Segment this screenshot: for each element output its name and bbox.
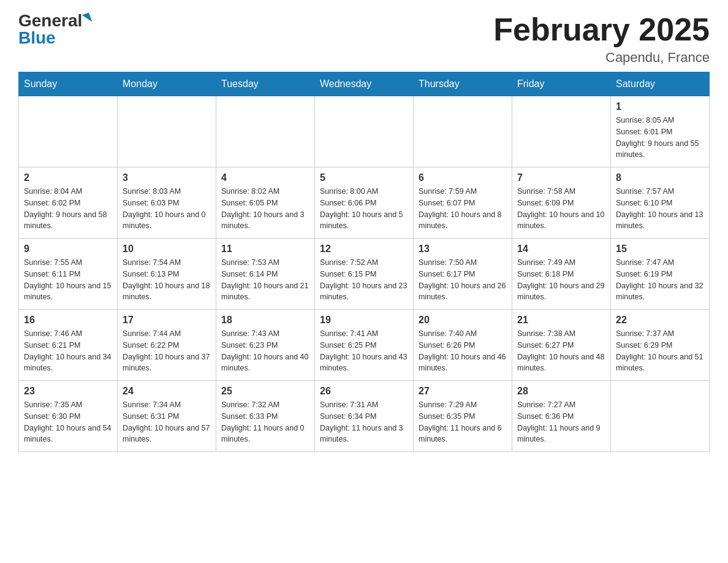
calendar-body: 1Sunrise: 8:05 AMSunset: 6:01 PMDaylight… (19, 96, 710, 452)
logo-arrow-icon (82, 12, 93, 24)
calendar-cell: 27Sunrise: 7:29 AMSunset: 6:35 PMDayligh… (414, 381, 512, 452)
day-number: 12 (320, 243, 408, 255)
calendar-table: SundayMondayTuesdayWednesdayThursdayFrid… (18, 72, 710, 452)
day-info: Sunrise: 7:44 AMSunset: 6:22 PMDaylight:… (123, 328, 211, 374)
calendar-cell: 5Sunrise: 8:00 AMSunset: 6:06 PMDaylight… (315, 167, 414, 239)
header-sunday: Sunday (19, 72, 118, 96)
day-number: 15 (616, 243, 704, 255)
day-number: 5 (320, 172, 408, 183)
day-info: Sunrise: 7:27 AMSunset: 6:36 PMDaylight:… (517, 399, 605, 445)
day-info: Sunrise: 7:57 AMSunset: 6:10 PMDaylight:… (616, 186, 704, 232)
calendar-cell: 12Sunrise: 7:52 AMSunset: 6:15 PMDayligh… (315, 239, 414, 310)
calendar-cell (414, 96, 512, 167)
calendar-cell: 23Sunrise: 7:35 AMSunset: 6:30 PMDayligh… (19, 381, 118, 452)
header-row: SundayMondayTuesdayWednesdayThursdayFrid… (19, 72, 710, 96)
day-info: Sunrise: 7:34 AMSunset: 6:31 PMDaylight:… (123, 399, 211, 445)
calendar-cell (216, 96, 315, 167)
day-number: 24 (123, 386, 211, 397)
day-number: 11 (221, 243, 309, 255)
logo-blue: Blue (18, 29, 56, 47)
day-number: 14 (517, 243, 605, 255)
day-number: 4 (221, 172, 309, 183)
day-info: Sunrise: 7:29 AMSunset: 6:35 PMDaylight:… (419, 399, 507, 445)
day-number: 17 (123, 315, 211, 326)
day-info: Sunrise: 7:54 AMSunset: 6:13 PMDaylight:… (123, 257, 211, 303)
day-info: Sunrise: 7:40 AMSunset: 6:26 PMDaylight:… (419, 328, 507, 374)
day-info: Sunrise: 7:31 AMSunset: 6:34 PMDaylight:… (320, 399, 408, 445)
day-info: Sunrise: 7:37 AMSunset: 6:29 PMDaylight:… (616, 328, 704, 374)
calendar-cell: 8Sunrise: 7:57 AMSunset: 6:10 PMDaylight… (611, 167, 710, 239)
day-number: 6 (419, 172, 507, 183)
day-number: 19 (320, 315, 408, 326)
calendar-cell (19, 96, 118, 167)
calendar-cell: 18Sunrise: 7:43 AMSunset: 6:23 PMDayligh… (216, 310, 315, 381)
title-area: February 2025 Capendu, France (493, 12, 710, 66)
calendar-cell: 14Sunrise: 7:49 AMSunset: 6:18 PMDayligh… (512, 239, 611, 310)
header-monday: Monday (118, 72, 216, 96)
day-info: Sunrise: 7:47 AMSunset: 6:19 PMDaylight:… (616, 257, 704, 303)
calendar-cell: 19Sunrise: 7:41 AMSunset: 6:25 PMDayligh… (315, 310, 414, 381)
day-number: 2 (24, 172, 112, 183)
day-info: Sunrise: 7:35 AMSunset: 6:30 PMDaylight:… (24, 399, 112, 445)
calendar-cell (611, 381, 710, 452)
day-number: 13 (419, 243, 507, 255)
week-row-1: 1Sunrise: 8:05 AMSunset: 6:01 PMDaylight… (19, 96, 710, 167)
day-number: 26 (320, 386, 408, 397)
day-info: Sunrise: 8:02 AMSunset: 6:05 PMDaylight:… (221, 186, 309, 232)
day-number: 28 (517, 386, 605, 397)
calendar-cell: 17Sunrise: 7:44 AMSunset: 6:22 PMDayligh… (118, 310, 216, 381)
page-header: General Blue February 2025 Capendu, Fran… (18, 12, 710, 66)
header-wednesday: Wednesday (315, 72, 414, 96)
calendar-cell: 13Sunrise: 7:50 AMSunset: 6:17 PMDayligh… (414, 239, 512, 310)
calendar-cell: 21Sunrise: 7:38 AMSunset: 6:27 PMDayligh… (512, 310, 611, 381)
day-info: Sunrise: 7:52 AMSunset: 6:15 PMDaylight:… (320, 257, 408, 303)
calendar-cell: 6Sunrise: 7:59 AMSunset: 6:07 PMDaylight… (414, 167, 512, 239)
day-number: 21 (517, 315, 605, 326)
day-info: Sunrise: 7:49 AMSunset: 6:18 PMDaylight:… (517, 257, 605, 303)
day-info: Sunrise: 7:38 AMSunset: 6:27 PMDaylight:… (517, 328, 605, 374)
calendar-cell: 10Sunrise: 7:54 AMSunset: 6:13 PMDayligh… (118, 239, 216, 310)
day-number: 9 (24, 243, 112, 255)
header-saturday: Saturday (611, 72, 710, 96)
week-row-4: 16Sunrise: 7:46 AMSunset: 6:21 PMDayligh… (19, 310, 710, 381)
day-number: 10 (123, 243, 211, 255)
day-number: 8 (616, 172, 704, 183)
day-info: Sunrise: 8:00 AMSunset: 6:06 PMDaylight:… (320, 186, 408, 232)
calendar-cell (118, 96, 216, 167)
day-number: 23 (24, 386, 112, 397)
calendar-cell: 7Sunrise: 7:58 AMSunset: 6:09 PMDaylight… (512, 167, 611, 239)
day-info: Sunrise: 7:32 AMSunset: 6:33 PMDaylight:… (221, 399, 309, 445)
calendar-cell: 3Sunrise: 8:03 AMSunset: 6:03 PMDaylight… (118, 167, 216, 239)
day-info: Sunrise: 7:58 AMSunset: 6:09 PMDaylight:… (517, 186, 605, 232)
calendar-cell: 11Sunrise: 7:53 AMSunset: 6:14 PMDayligh… (216, 239, 315, 310)
calendar-cell: 20Sunrise: 7:40 AMSunset: 6:26 PMDayligh… (414, 310, 512, 381)
calendar-cell: 28Sunrise: 7:27 AMSunset: 6:36 PMDayligh… (512, 381, 611, 452)
location: Capendu, France (493, 50, 710, 66)
calendar-cell: 24Sunrise: 7:34 AMSunset: 6:31 PMDayligh… (118, 381, 216, 452)
day-number: 22 (616, 315, 704, 326)
day-number: 1 (616, 101, 704, 112)
week-row-5: 23Sunrise: 7:35 AMSunset: 6:30 PMDayligh… (19, 381, 710, 452)
calendar-cell: 9Sunrise: 7:55 AMSunset: 6:11 PMDaylight… (19, 239, 118, 310)
day-number: 27 (419, 386, 507, 397)
calendar-cell: 26Sunrise: 7:31 AMSunset: 6:34 PMDayligh… (315, 381, 414, 452)
calendar-cell: 1Sunrise: 8:05 AMSunset: 6:01 PMDaylight… (611, 96, 710, 167)
header-friday: Friday (512, 72, 611, 96)
calendar-cell: 15Sunrise: 7:47 AMSunset: 6:19 PMDayligh… (611, 239, 710, 310)
day-number: 25 (221, 386, 309, 397)
day-info: Sunrise: 8:04 AMSunset: 6:02 PMDaylight:… (24, 186, 112, 232)
calendar-header: SundayMondayTuesdayWednesdayThursdayFrid… (19, 72, 710, 96)
calendar-cell: 16Sunrise: 7:46 AMSunset: 6:21 PMDayligh… (19, 310, 118, 381)
day-info: Sunrise: 8:03 AMSunset: 6:03 PMDaylight:… (123, 186, 211, 232)
day-number: 3 (123, 172, 211, 183)
calendar-cell (512, 96, 611, 167)
day-info: Sunrise: 8:05 AMSunset: 6:01 PMDaylight:… (616, 115, 704, 161)
day-number: 16 (24, 315, 112, 326)
calendar-cell (315, 96, 414, 167)
logo-general: General (18, 12, 82, 29)
day-info: Sunrise: 7:59 AMSunset: 6:07 PMDaylight:… (419, 186, 507, 232)
day-info: Sunrise: 7:41 AMSunset: 6:25 PMDaylight:… (320, 328, 408, 374)
calendar-cell: 2Sunrise: 8:04 AMSunset: 6:02 PMDaylight… (19, 167, 118, 239)
day-info: Sunrise: 7:46 AMSunset: 6:21 PMDaylight:… (24, 328, 112, 374)
week-row-3: 9Sunrise: 7:55 AMSunset: 6:11 PMDaylight… (19, 239, 710, 310)
